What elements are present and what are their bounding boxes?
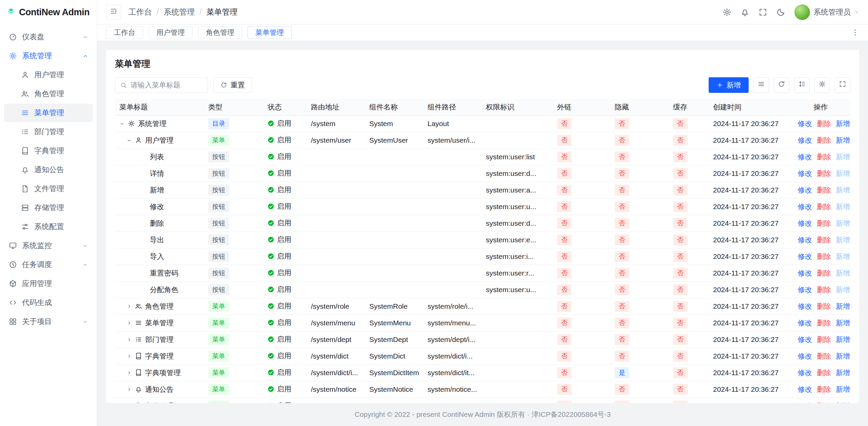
check-circle-icon	[268, 269, 274, 276]
modify-link[interactable]: 修改	[798, 319, 812, 327]
refresh-table-button[interactable]	[774, 77, 789, 93]
expand-toggle[interactable]	[126, 353, 132, 359]
component-name: SystemRole	[365, 298, 423, 315]
delete-link[interactable]: 删除	[817, 269, 831, 277]
modify-link[interactable]: 修改	[798, 369, 812, 377]
breadcrumb-item[interactable]: 菜单管理	[206, 7, 238, 17]
sidebar-item-code-generation[interactable]: 代码生成	[4, 293, 93, 312]
add-link[interactable]: 新增	[836, 302, 850, 310]
density-button[interactable]	[753, 77, 769, 93]
modify-link[interactable]: 修改	[798, 385, 812, 393]
tab-menu-management[interactable]: 菜单管理	[248, 26, 292, 39]
sidebar-item-dept-management[interactable]: 部门管理	[4, 123, 93, 141]
delete-link[interactable]: 删除	[817, 319, 831, 327]
delete-link[interactable]: 删除	[817, 302, 831, 310]
delete-link[interactable]: 删除	[817, 385, 831, 393]
settings-icon[interactable]	[723, 8, 731, 17]
delete-link[interactable]: 删除	[817, 336, 831, 343]
delete-link[interactable]: 删除	[817, 286, 831, 293]
user-menu[interactable]: 系统管理员	[794, 4, 859, 20]
column-header: 状态	[263, 99, 307, 115]
add-link[interactable]: 新增	[836, 319, 850, 327]
modify-link[interactable]: 修改	[798, 336, 812, 343]
settings-icon	[9, 52, 17, 60]
delete-link[interactable]: 删除	[817, 369, 831, 377]
sidebar-item-app-management[interactable]: 应用管理	[4, 275, 93, 293]
user-icon	[135, 137, 142, 144]
expand-toggle[interactable]	[126, 304, 132, 309]
modify-link[interactable]: 修改	[798, 286, 812, 293]
delete-link[interactable]: 删除	[817, 252, 831, 260]
expand-toggle[interactable]	[126, 320, 132, 326]
tab-user-management[interactable]: 用户管理	[149, 26, 193, 39]
modify-link[interactable]: 修改	[798, 169, 812, 177]
sidebar-item-system-monitor[interactable]: 系统监控	[4, 237, 93, 255]
sidebar-item-menu-management[interactable]: 菜单管理	[4, 104, 93, 122]
menu-title: 菜单管理	[145, 318, 174, 328]
tab-more-icon[interactable]	[851, 28, 859, 37]
sidebar-item-task-schedule[interactable]: 任务调度	[4, 256, 93, 274]
tag: 否	[615, 284, 629, 295]
sidebar-item-dict-management[interactable]: 字典管理	[4, 142, 93, 160]
modify-link[interactable]: 修改	[798, 352, 812, 360]
modify-link[interactable]: 修改	[798, 203, 812, 210]
sidebar-item-system-config[interactable]: 系统配置	[4, 218, 93, 236]
delete-link[interactable]: 删除	[817, 169, 831, 177]
delete-link[interactable]: 删除	[817, 236, 831, 244]
delete-link[interactable]: 删除	[817, 219, 831, 227]
add-link[interactable]: 新增	[836, 352, 850, 360]
sidebar-item-storage-management[interactable]: 存储管理	[4, 199, 93, 217]
expand-toggle[interactable]	[119, 121, 125, 126]
expand-toggle[interactable]	[126, 387, 132, 392]
modify-link[interactable]: 修改	[798, 136, 812, 144]
sidebar-item-file-management[interactable]: 文件管理	[4, 180, 93, 198]
delete-link[interactable]: 删除	[817, 153, 831, 161]
delete-link[interactable]: 删除	[817, 120, 831, 127]
modify-link[interactable]: 修改	[798, 153, 812, 161]
sidebar-item-user-management[interactable]: 用户管理	[4, 66, 93, 84]
modify-link[interactable]: 修改	[798, 269, 812, 277]
modify-link[interactable]: 修改	[798, 120, 812, 127]
table-fullscreen-button[interactable]	[835, 77, 850, 93]
modify-link[interactable]: 修改	[798, 219, 812, 227]
sidebar-item-dashboard[interactable]: 仪表盘	[4, 28, 93, 46]
menu-title: 分配角色	[150, 285, 178, 295]
tab-role-management[interactable]: 角色管理	[198, 26, 242, 39]
modify-link[interactable]: 修改	[798, 236, 812, 244]
expand-toggle[interactable]	[126, 337, 132, 342]
add-link[interactable]: 新增	[836, 385, 850, 393]
search-input[interactable]	[131, 81, 203, 89]
dark-mode-icon[interactable]	[776, 8, 785, 17]
delete-link[interactable]: 删除	[817, 136, 831, 144]
add-link[interactable]: 新增	[836, 336, 850, 343]
expand-toggle[interactable]	[126, 138, 132, 143]
sidebar-collapse-button[interactable]	[106, 5, 121, 20]
delete-link[interactable]: 删除	[817, 203, 831, 210]
add-link[interactable]: 新增	[836, 120, 850, 127]
add-link[interactable]: 新增	[836, 369, 850, 377]
line-height-button[interactable]	[794, 77, 810, 93]
sidebar-item-system-management[interactable]: 系统管理	[4, 47, 93, 65]
component-path	[423, 165, 481, 182]
modify-link[interactable]: 修改	[798, 186, 812, 194]
modify-link[interactable]: 修改	[798, 302, 812, 310]
delete-link[interactable]: 删除	[817, 352, 831, 360]
breadcrumb-item[interactable]: 系统管理	[163, 7, 195, 17]
breadcrumb-item[interactable]: 工作台	[129, 7, 152, 17]
sidebar-item-role-management[interactable]: 角色管理	[4, 85, 93, 103]
fullscreen-icon[interactable]	[758, 8, 767, 17]
column-settings-button[interactable]	[814, 77, 830, 93]
notifications-icon[interactable]	[741, 8, 749, 17]
sidebar-item-notice-management[interactable]: 通知公告	[4, 161, 93, 179]
route-path	[307, 165, 365, 182]
expand-toggle[interactable]	[126, 370, 132, 376]
delete-link[interactable]: 删除	[817, 186, 831, 194]
tag: 否	[673, 401, 688, 403]
tab-workbench[interactable]: 工作台	[106, 26, 143, 39]
add-link[interactable]: 新增	[836, 136, 850, 144]
modify-link[interactable]: 修改	[798, 252, 812, 260]
permission-code	[481, 298, 553, 315]
sidebar-item-about-project[interactable]: 关于项目	[4, 312, 93, 331]
add-button[interactable]: 新增	[709, 77, 749, 93]
reset-button[interactable]: 重置	[213, 77, 252, 93]
